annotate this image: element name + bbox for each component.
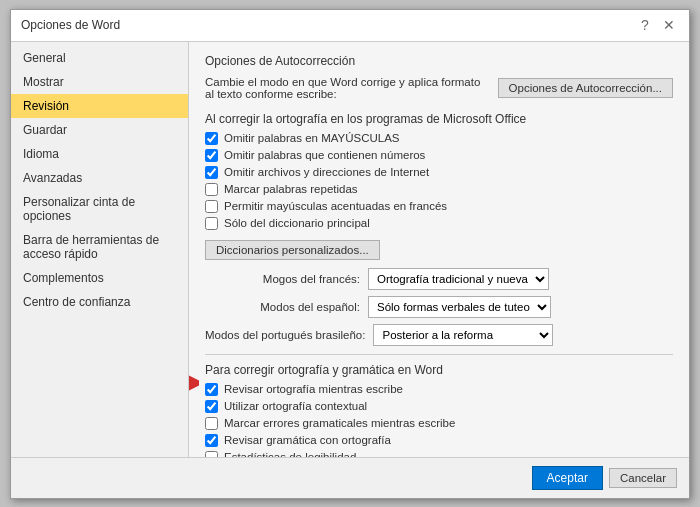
- autocorr-section-title: Opciones de Autocorrección: [205, 54, 673, 68]
- main-content: Opciones de Autocorrección Cambie el mod…: [189, 42, 689, 457]
- help-button[interactable]: ?: [635, 15, 655, 35]
- checkbox-label-permitir_mayusculas: Permitir mayúsculas acentuadas en francé…: [224, 200, 447, 212]
- checkbox-utilizar_ortografia[interactable]: [205, 400, 218, 413]
- close-button[interactable]: ✕: [659, 15, 679, 35]
- titlebar-buttons: ? ✕: [635, 15, 679, 35]
- checkbox-label-utilizar_ortografia: Utilizar ortografía contextual: [224, 400, 367, 412]
- sidebar-item-guardar[interactable]: Guardar: [11, 118, 188, 142]
- sidebar: GeneralMostrarRevisiónGuardarIdiomaAvanz…: [11, 42, 189, 457]
- modos-select-1[interactable]: Sólo formas verbales de tuteo: [368, 296, 551, 318]
- sidebar-item-complementos[interactable]: Complementos: [11, 266, 188, 290]
- checkbox-row-omitir_numeros: Omitir palabras que contienen números: [205, 149, 673, 162]
- checkbox-label-revisar_ortografia: Revisar ortografía mientras escribe: [224, 383, 403, 395]
- checkbox-label-marcar_errores: Marcar errores gramaticales mientras esc…: [224, 417, 455, 429]
- red-arrow-icon: [189, 373, 199, 393]
- checkbox-row-omitir_internet: Omitir archivos y direcciones de Interne…: [205, 166, 673, 179]
- dialog-body: GeneralMostrarRevisiónGuardarIdiomaAvanz…: [11, 42, 689, 457]
- checkbox-marcar_errores[interactable]: [205, 417, 218, 430]
- checkbox-label-marcar_repetidas: Marcar palabras repetidas: [224, 183, 358, 195]
- autocorr-bar: Cambie el modo en que Word corrige y apl…: [205, 76, 673, 100]
- modos-row-0: Mogos del francés:Ortografía tradicional…: [205, 268, 673, 290]
- checkbox-row-permitir_mayusculas: Permitir mayúsculas acentuadas en francé…: [205, 200, 673, 213]
- sidebar-item-confianza[interactable]: Centro de confianza: [11, 290, 188, 314]
- checkbox-row-revisar_gramatica: Revisar gramática con ortografía: [205, 434, 673, 447]
- checkbox-marcar_repetidas[interactable]: [205, 183, 218, 196]
- word-checkboxes: Revisar ortografía mientras escribeUtili…: [205, 383, 673, 457]
- modos-select-0[interactable]: Ortografía tradicional y nueva: [368, 268, 549, 290]
- sidebar-item-personalizar[interactable]: Personalizar cinta de opciones: [11, 190, 188, 228]
- checkbox-label-revisar_gramatica: Revisar gramática con ortografía: [224, 434, 391, 446]
- office-checkboxes: Omitir palabras en MAYÚSCULASOmitir pala…: [205, 132, 673, 230]
- checkbox-row-solo_diccionario: Sólo del diccionario principal: [205, 217, 673, 230]
- modos-select-2[interactable]: Posterior a la reforma: [373, 324, 553, 346]
- checkbox-row-utilizar_ortografia: Utilizar ortografía contextual: [205, 400, 673, 413]
- checkbox-omitir_internet[interactable]: [205, 166, 218, 179]
- titlebar: Opciones de Word ? ✕: [11, 10, 689, 42]
- word-section-header: Para corregir ortografía y gramática en …: [205, 363, 673, 377]
- divider: [205, 354, 673, 355]
- sidebar-item-idioma[interactable]: Idioma: [11, 142, 188, 166]
- sidebar-item-acceso_rapido[interactable]: Barra de herramientas de acceso rápido: [11, 228, 188, 266]
- autocorr-desc: Cambie el modo en que Word corrige y apl…: [205, 76, 490, 100]
- word-section-container: Para corregir ortografía y gramática en …: [205, 363, 673, 377]
- diccionarios-button[interactable]: Diccionarios personalizados...: [205, 240, 380, 260]
- checkbox-revisar_ortografia[interactable]: [205, 383, 218, 396]
- checkbox-revisar_gramatica[interactable]: [205, 434, 218, 447]
- checkbox-row-marcar_repetidas: Marcar palabras repetidas: [205, 183, 673, 196]
- checkbox-label-omitir_numeros: Omitir palabras que contienen números: [224, 149, 425, 161]
- sidebar-item-avanzadas[interactable]: Avanzadas: [11, 166, 188, 190]
- checkbox-row-omitir_mayusculas: Omitir palabras en MAYÚSCULAS: [205, 132, 673, 145]
- dialog-title: Opciones de Word: [21, 18, 120, 32]
- aceptar-button[interactable]: Aceptar: [532, 466, 603, 490]
- checkbox-label-omitir_internet: Omitir archivos y direcciones de Interne…: [224, 166, 429, 178]
- dialog-footer: Aceptar Cancelar: [11, 457, 689, 498]
- checkbox-label-omitir_mayusculas: Omitir palabras en MAYÚSCULAS: [224, 132, 400, 144]
- checkbox-omitir_mayusculas[interactable]: [205, 132, 218, 145]
- checkbox-row-marcar_errores: Marcar errores gramaticales mientras esc…: [205, 417, 673, 430]
- checkbox-solo_diccionario[interactable]: [205, 217, 218, 230]
- checkbox-permitir_mayusculas[interactable]: [205, 200, 218, 213]
- modos-rows: Mogos del francés:Ortografía tradicional…: [205, 268, 673, 346]
- sidebar-item-revision[interactable]: Revisión: [11, 94, 188, 118]
- cancelar-button[interactable]: Cancelar: [609, 468, 677, 488]
- modos-label-1: Modos del español:: [205, 301, 360, 313]
- modos-label-0: Mogos del francés:: [205, 273, 360, 285]
- office-section-header: Al corregir la ortografía en los program…: [205, 112, 673, 126]
- options-dialog: Opciones de Word ? ✕ GeneralMostrarRevis…: [10, 9, 690, 499]
- sidebar-item-general[interactable]: General: [11, 46, 188, 70]
- sidebar-item-mostrar[interactable]: Mostrar: [11, 70, 188, 94]
- modos-label-2: Modos del portugués brasileño:: [205, 329, 365, 341]
- checkbox-row-revisar_ortografia: Revisar ortografía mientras escribe: [205, 383, 673, 396]
- modos-row-2: Modos del portugués brasileño:Posterior …: [205, 324, 673, 346]
- modos-row-1: Modos del español:Sólo formas verbales d…: [205, 296, 673, 318]
- autocorr-button[interactable]: Opciones de Autocorrección...: [498, 78, 673, 98]
- checkbox-omitir_numeros[interactable]: [205, 149, 218, 162]
- checkbox-label-solo_diccionario: Sólo del diccionario principal: [224, 217, 370, 229]
